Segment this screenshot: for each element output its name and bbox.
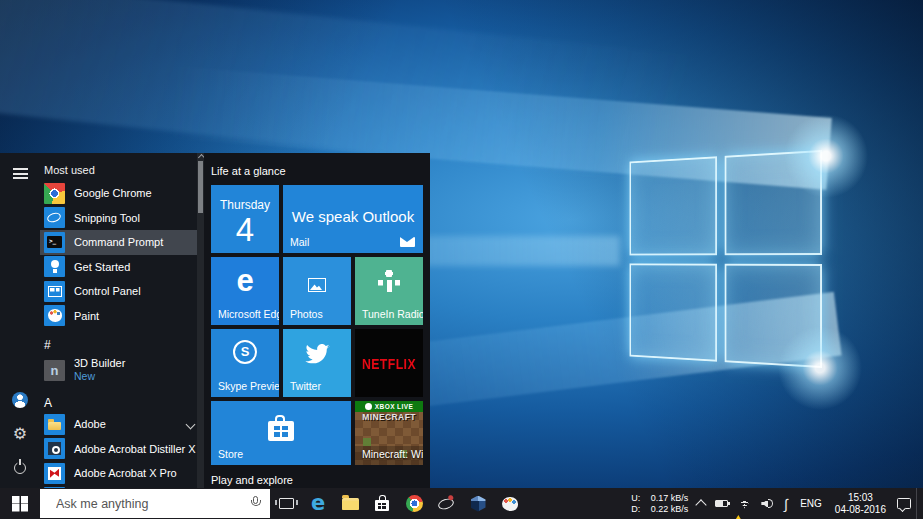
control-panel-icon bbox=[44, 281, 65, 302]
tile-skype-preview[interactable]: S Skype Preview bbox=[211, 329, 279, 397]
taskbar-paint-button[interactable] bbox=[494, 488, 526, 519]
app-row-adobe-folder[interactable]: Adobe bbox=[44, 412, 204, 437]
minecraft-wordmark: MINECRAFT bbox=[355, 412, 423, 422]
chrome-icon bbox=[406, 495, 423, 512]
language-indicator[interactable]: ENG bbox=[793, 488, 829, 519]
tile-minecraft[interactable]: XBOX LIVE MINECRAFT Minecraft: Wi... bbox=[355, 401, 423, 465]
start-menu-rail-bottom bbox=[8, 390, 32, 478]
3d-builder-icon bbox=[44, 360, 65, 381]
command-prompt-icon bbox=[44, 232, 65, 253]
new-badge: New bbox=[74, 370, 125, 383]
task-view-icon bbox=[279, 498, 294, 509]
paint-icon bbox=[44, 305, 65, 326]
acrobat-distiller-icon bbox=[44, 438, 65, 459]
app-row-get-started[interactable]: Get Started bbox=[44, 255, 204, 280]
tile-netflix[interactable]: NETFLIX bbox=[355, 329, 423, 397]
taskbar-store-button[interactable] bbox=[366, 488, 398, 519]
section-header-hash: # bbox=[44, 336, 204, 354]
volume-button[interactable] bbox=[756, 488, 779, 519]
start-menu-rail bbox=[0, 153, 40, 488]
user-avatar-icon bbox=[12, 392, 28, 408]
skype-icon: S bbox=[233, 340, 257, 364]
network-speed-monitor: U: 0.17 kB/s D: 0.22 kB/s bbox=[627, 493, 692, 514]
warning-icon bbox=[735, 515, 741, 519]
wallpaper-window-pane bbox=[630, 263, 717, 362]
task-view-button[interactable] bbox=[270, 488, 302, 519]
tile-group-header-play: Play and explore bbox=[211, 474, 430, 486]
app-row-control-panel[interactable]: Control Panel bbox=[44, 279, 204, 304]
network-button[interactable] bbox=[733, 488, 756, 519]
action-center-button[interactable] bbox=[892, 488, 916, 519]
user-account-button[interactable] bbox=[8, 390, 32, 410]
search-box[interactable] bbox=[40, 489, 270, 518]
taskbar-snipping-tool-button[interactable] bbox=[430, 488, 462, 519]
microphone-icon[interactable] bbox=[249, 495, 262, 512]
search-input[interactable] bbox=[54, 496, 249, 512]
tile-mail[interactable]: We speak Outlook Mail bbox=[283, 185, 423, 253]
tile-photos[interactable]: Photos bbox=[283, 257, 351, 325]
taskbar-edge-button[interactable] bbox=[302, 488, 334, 519]
app-row-paint[interactable]: Paint bbox=[44, 304, 204, 329]
clock[interactable]: 15:03 04-08-2016 bbox=[829, 492, 892, 515]
show-desktop-button[interactable] bbox=[916, 488, 923, 519]
file-explorer-icon bbox=[342, 498, 359, 510]
battery-icon bbox=[715, 500, 728, 507]
start-tiles-panel: Life at a glance Thursday 4 We speak Out… bbox=[204, 153, 430, 488]
taskbar-virtualbox-button[interactable] bbox=[462, 488, 494, 519]
app-row-adobe-acrobat-x-pro[interactable]: Adobe Acrobat X Pro bbox=[44, 461, 204, 486]
app-row-adobe-distiller[interactable]: Adobe Acrobat Distiller X bbox=[44, 437, 204, 462]
system-tray: U: 0.17 kB/s D: 0.22 kB/s ENG 15:03 04-0… bbox=[627, 488, 923, 519]
chrome-icon bbox=[44, 183, 65, 204]
hamburger-icon bbox=[13, 168, 28, 179]
windows-logo-icon bbox=[12, 496, 28, 512]
speaker-icon bbox=[761, 499, 774, 509]
chevron-down-icon bbox=[186, 420, 196, 430]
taskbar: U: 0.17 kB/s D: 0.22 kB/s ENG 15:03 04-0… bbox=[0, 488, 923, 519]
tile-tunein-radio[interactable]: TuneIn Radio bbox=[355, 257, 423, 325]
expand-menu-button[interactable] bbox=[8, 163, 32, 183]
most-used-header: Most used bbox=[44, 161, 204, 179]
clock-date: 04-08-2016 bbox=[835, 504, 886, 516]
wallpaper-window-pane bbox=[724, 263, 822, 368]
wallpaper-window-pane bbox=[630, 156, 717, 255]
tile-group-header: Life at a glance bbox=[211, 165, 430, 185]
snipping-tool-icon bbox=[44, 207, 65, 228]
section-header-a: A bbox=[44, 394, 204, 412]
paint-palette-icon bbox=[502, 497, 518, 511]
power-icon bbox=[14, 462, 26, 474]
battery-button[interactable] bbox=[710, 488, 733, 519]
start-menu: Most used Google Chrome Snipping Tool Co… bbox=[0, 153, 204, 488]
chevron-up-icon bbox=[696, 499, 707, 510]
wifi-icon bbox=[738, 499, 751, 509]
netflix-wordmark: NETFLIX bbox=[362, 355, 416, 372]
app-row-3d-builder[interactable]: 3D Builder New bbox=[44, 354, 204, 386]
twitter-bird-icon bbox=[304, 344, 331, 366]
taskbar-chrome-button[interactable] bbox=[398, 488, 430, 519]
folder-icon bbox=[44, 414, 65, 435]
start-menu-scrollbar[interactable] bbox=[197, 153, 204, 488]
photos-icon bbox=[308, 278, 326, 292]
store-icon bbox=[375, 500, 389, 511]
settings-button[interactable] bbox=[8, 424, 32, 444]
app-row-google-chrome[interactable]: Google Chrome bbox=[44, 181, 204, 206]
taskbar-file-explorer-button[interactable] bbox=[334, 488, 366, 519]
tile-microsoft-edge[interactable]: e Microsoft Edge bbox=[211, 257, 279, 325]
scrollbar-thumb[interactable] bbox=[198, 161, 203, 213]
clock-time: 15:03 bbox=[835, 492, 886, 504]
tile-grid: Thursday 4 We speak Outlook Mail e Micro… bbox=[211, 185, 430, 465]
tile-store[interactable]: Store bbox=[211, 401, 351, 465]
wallpaper-window-pane bbox=[724, 150, 822, 255]
tile-calendar[interactable]: Thursday 4 bbox=[211, 185, 279, 253]
start-button[interactable] bbox=[0, 488, 40, 519]
pen-settings-button[interactable] bbox=[779, 488, 793, 519]
power-button[interactable] bbox=[8, 458, 32, 478]
app-row-snipping-tool[interactable]: Snipping Tool bbox=[44, 206, 204, 231]
tray-overflow-button[interactable] bbox=[692, 488, 710, 519]
windows-hero-logo bbox=[630, 150, 822, 368]
edge-icon: e bbox=[211, 263, 279, 299]
tile-twitter[interactable]: Twitter bbox=[283, 329, 351, 397]
snipping-tool-icon bbox=[437, 496, 455, 510]
notification-bubble-icon bbox=[897, 498, 911, 509]
app-row-command-prompt[interactable]: Command Prompt bbox=[40, 230, 204, 255]
get-started-icon bbox=[44, 256, 65, 277]
